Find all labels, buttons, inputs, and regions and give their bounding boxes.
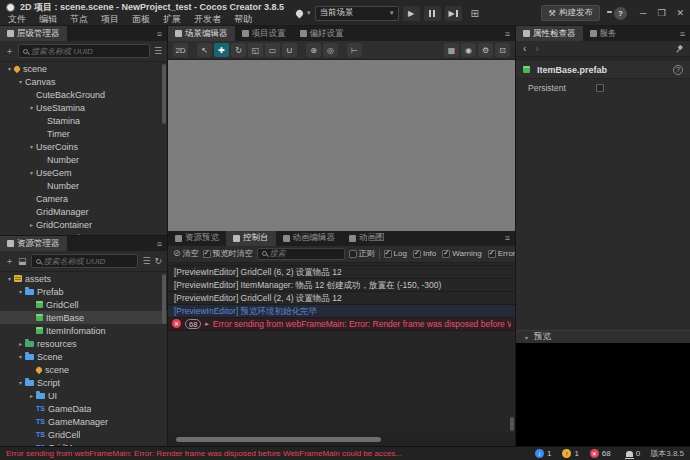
- expander-icon[interactable]: ▾: [16, 288, 25, 295]
- console-log-row[interactable]: ✕68▸Error sending from webFrameMain: Err…: [168, 318, 515, 331]
- clear-console-button[interactable]: ⊘ 清空: [173, 248, 199, 259]
- hierarchy-node-gridcontainer[interactable]: ▸GridContainer: [0, 218, 167, 231]
- tab-scene-editor-1[interactable]: 项目设置: [235, 26, 293, 41]
- status-warning-counter[interactable]: ! 1: [562, 449, 578, 458]
- expand-chevron-icon[interactable]: ▸: [205, 318, 209, 330]
- expander-icon[interactable]: ▾: [27, 169, 36, 176]
- asset-node-resources[interactable]: ▸resources: [0, 337, 167, 350]
- hierarchy-node-camera[interactable]: Camera: [0, 192, 167, 205]
- menu-item[interactable]: 项目: [101, 13, 119, 26]
- menu-item[interactable]: 编辑: [39, 13, 57, 26]
- panel-menu-icon[interactable]: ≡: [500, 231, 515, 246]
- select-tool-button[interactable]: ↖: [197, 43, 212, 57]
- rect-tool-button[interactable]: ▭: [265, 43, 280, 57]
- filter-log-checkbox[interactable]: Log: [384, 249, 407, 258]
- asset-node-script[interactable]: ▾Script: [0, 376, 167, 389]
- expander-icon[interactable]: ▾: [27, 234, 36, 235]
- hierarchy-node-usestamina[interactable]: ▾UseStamina: [0, 101, 167, 114]
- tab-scene-editor-2[interactable]: 偏好设置: [293, 26, 351, 41]
- hierarchy-node-stamina[interactable]: Stamina: [0, 114, 167, 127]
- help-button[interactable]: ?: [614, 7, 627, 20]
- tab-hierarchy[interactable]: 层级管理器: [0, 26, 67, 41]
- asset-node-iteminfomation[interactable]: ItemInfomation: [0, 324, 167, 337]
- console-log-row[interactable]: [PreviewInEditor] ItemManager: 物品 12 创建成…: [168, 279, 515, 292]
- refresh-icon[interactable]: ↻: [154, 257, 162, 266]
- menu-item[interactable]: 扩展: [163, 13, 181, 26]
- notification-counter[interactable]: 0: [626, 449, 640, 458]
- maximize-button[interactable]: ❒: [657, 8, 665, 18]
- expander-icon[interactable]: ▾: [16, 353, 25, 360]
- tab-scene-editor-0[interactable]: 场景编辑器: [168, 26, 235, 41]
- tab-assets[interactable]: 资源管理器: [0, 236, 67, 251]
- tab-console-3[interactable]: 动画图: [342, 231, 392, 246]
- status-error-counter[interactable]: ✕ 68: [590, 449, 611, 458]
- expander-icon[interactable]: ▾: [5, 275, 14, 282]
- forward-arrow-icon[interactable]: ›: [535, 44, 538, 54]
- layout-icon[interactable]: ⊞: [471, 8, 479, 19]
- scene-camera-icon[interactable]: ◉: [461, 43, 476, 57]
- play-button[interactable]: ▶: [403, 6, 420, 21]
- filter-error-checkbox[interactable]: Error: [488, 249, 515, 258]
- hierarchy-node-gridmanager[interactable]: GridManager: [0, 205, 167, 218]
- asset-node-scene[interactable]: scene: [0, 363, 167, 376]
- gizmo-visibility-icon[interactable]: ▦: [444, 43, 459, 57]
- step-button[interactable]: ▶: [445, 6, 462, 21]
- pause-button[interactable]: [424, 6, 441, 21]
- panel-menu-icon[interactable]: ≡: [500, 26, 515, 41]
- assets-search-input[interactable]: [31, 254, 139, 268]
- hierarchy-menu-icon[interactable]: ≡: [152, 26, 167, 41]
- asset-node-gamemanager[interactable]: TSGameManager: [0, 415, 167, 428]
- tab-inspector-0[interactable]: 属性检查器: [516, 26, 583, 41]
- tab-inspector-1[interactable]: 服务: [583, 26, 624, 41]
- assets-menu-icon[interactable]: ≡: [152, 236, 167, 251]
- expander-icon[interactable]: ▸: [16, 340, 25, 347]
- import-asset-button[interactable]: ⬓: [18, 257, 27, 266]
- minimize-button[interactable]: ─: [640, 8, 646, 18]
- hierarchy-node-itemcontainer[interactable]: ▾ItemContainer: [0, 231, 167, 235]
- asset-node-itembase[interactable]: ItemBase: [0, 311, 167, 324]
- coordinate-toggle-button[interactable]: ◎: [323, 43, 338, 57]
- add-node-button[interactable]: ＋: [5, 47, 14, 56]
- console-log-row[interactable]: [PreviewInEditor] 预览环境初始化完毕: [168, 305, 515, 318]
- hierarchy-filter-icon[interactable]: ☰: [154, 47, 162, 56]
- preview-section-header[interactable]: ▾ 预览: [516, 330, 690, 343]
- hierarchy-node-number[interactable]: Number: [0, 179, 167, 192]
- asset-node-gamedata[interactable]: TSGameData: [0, 402, 167, 415]
- clear-on-play-checkbox[interactable]: 预览时清空: [203, 248, 253, 259]
- scene-view-canvas[interactable]: [168, 60, 515, 231]
- persistent-checkbox[interactable]: [596, 84, 604, 92]
- menu-item[interactable]: 文件: [8, 13, 26, 26]
- scene-settings-gear-icon[interactable]: ⚙: [478, 43, 493, 57]
- scale-tool-button[interactable]: ◱: [248, 43, 263, 57]
- assets-filter-icon[interactable]: ☰: [142, 257, 150, 266]
- console-search-input[interactable]: [257, 248, 345, 260]
- hierarchy-node-timer[interactable]: Timer: [0, 127, 167, 140]
- expander-icon[interactable]: ▸: [27, 392, 36, 399]
- console-vscrollbar[interactable]: [510, 417, 514, 431]
- menu-item[interactable]: 节点: [70, 13, 88, 26]
- pin-icon[interactable]: [673, 43, 684, 54]
- help-info-icon[interactable]: ?: [673, 65, 683, 75]
- regex-checkbox[interactable]: 正则: [349, 248, 375, 259]
- hierarchy-node-canvas[interactable]: ▾Canvas: [0, 75, 167, 88]
- expander-icon[interactable]: ▾: [27, 143, 36, 150]
- asset-node-gridmanager[interactable]: TSGridManager: [0, 441, 167, 446]
- back-arrow-icon[interactable]: ‹: [523, 44, 526, 54]
- tab-console-1[interactable]: 控制台: [226, 231, 276, 246]
- pivot-toggle-button[interactable]: ⊕: [306, 43, 321, 57]
- hierarchy-node-cutebackground[interactable]: CuteBackGround: [0, 88, 167, 101]
- panel-menu-icon[interactable]: ≡: [675, 26, 690, 41]
- menu-item[interactable]: 帮助: [234, 13, 252, 26]
- asset-node-ui[interactable]: ▸UI: [0, 389, 167, 402]
- filter-info-checkbox[interactable]: Info: [413, 249, 436, 258]
- menu-item[interactable]: 面板: [132, 13, 150, 26]
- hierarchy-search-input[interactable]: [18, 44, 150, 58]
- asset-node-gridcell[interactable]: GridCell: [0, 298, 167, 311]
- hierarchy-node-scene[interactable]: ▾scene: [0, 62, 167, 75]
- hierarchy-scrollbar[interactable]: [162, 64, 166, 124]
- tab-console-0[interactable]: 资源预览: [168, 231, 226, 246]
- hierarchy-node-usercoins[interactable]: ▾UserCoins: [0, 140, 167, 153]
- asset-node-gridcell[interactable]: TSGridCell: [0, 428, 167, 441]
- build-publish-button[interactable]: ⚒ 构建发布: [541, 5, 600, 21]
- ui-transform-tool-button[interactable]: U: [282, 43, 297, 57]
